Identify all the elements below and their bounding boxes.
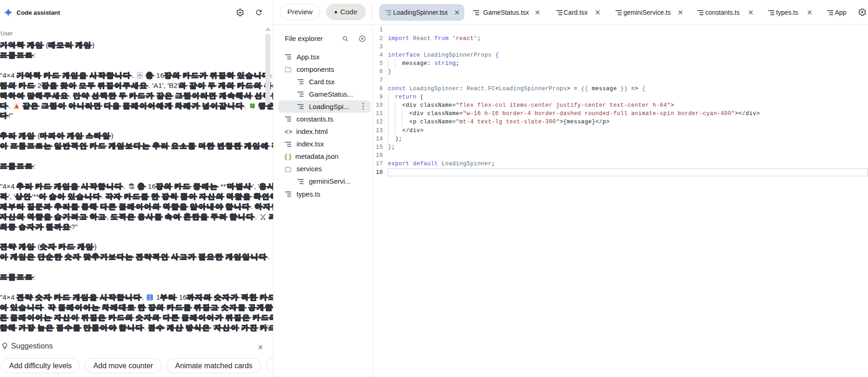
svg-text:34: 34 <box>148 297 151 300</box>
